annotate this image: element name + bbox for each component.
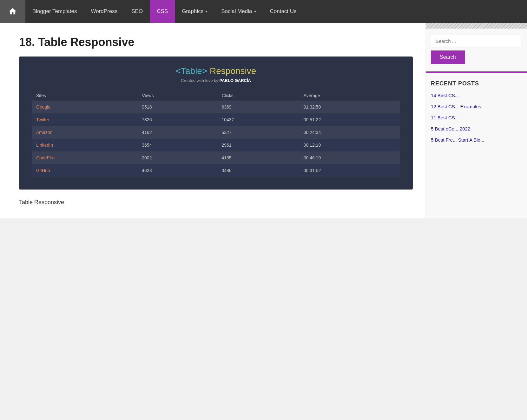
table-demo-title: <Table> Responsive [32,66,400,76]
sidebar-divider [426,71,527,73]
sidebar-search-box: Search [426,29,527,69]
article-caption: Table Responsive [19,199,413,206]
sidebar-recent-posts: Recent Posts 14 Best CS... 12 Best CS...… [426,75,527,154]
table-demo-block: <Table> Responsive Created with love by … [19,57,413,190]
nav-item-wordpress[interactable]: WordPress [84,0,125,23]
sidebar: Search Recent Posts 14 Best CS... 12 Bes… [425,23,527,218]
table-row: Google9518636901:32:50 [32,101,400,113]
article-title: 18. Table Responsive [19,36,413,49]
chevron-down-icon: ▾ [254,9,256,14]
table-demo-subtitle: Created with love by PABLO GARCÍA [32,78,400,83]
search-input[interactable] [431,35,522,47]
demo-table: Sites Views Clicks Average Google9518636… [32,90,400,177]
nav-item-social-media[interactable]: Social Media ▾ [214,0,263,23]
nav-item-seo[interactable]: SEO [124,0,150,23]
col-average: Average [299,90,400,101]
col-views: Views [137,90,217,101]
search-button[interactable]: Search [431,50,465,64]
home-button[interactable] [0,0,25,23]
sidebar-hatch [426,23,527,29]
table-row: Amazon4162532700:24:34 [32,126,400,139]
tag-gt: > [202,66,207,76]
chevron-down-icon: ▾ [205,9,207,14]
recent-post-4[interactable]: 5 Best eCo... 2022 [431,125,522,132]
recent-post-5[interactable]: 5 Best Fre... Start A Blo... [431,137,522,143]
word-responsive: Responsive [207,66,256,76]
table-row: GitHub4623348600:31:52 [32,164,400,177]
table-demo-header: <Table> Responsive Created with love by … [32,66,400,83]
tag-lt: < [176,66,181,76]
table-row: LinkedIn3654296100:12:10 [32,139,400,151]
table-header-row: Sites Views Clicks Average [32,90,400,101]
recent-post-3[interactable]: 11 Best CS... [431,114,522,121]
recent-post-1[interactable]: 14 Best CS... [431,92,522,99]
recent-post-2[interactable]: 12 Best CS... Examples [431,103,522,110]
nav-item-blogger-templates[interactable]: Blogger Templates [25,0,84,23]
nav-item-graphics[interactable]: Graphics ▾ [175,0,214,23]
word-table: Table [181,66,202,76]
nav-item-contact-us[interactable]: Contact Us [263,0,304,23]
nav-item-css[interactable]: CSS [150,0,175,23]
main-nav: Blogger Templates WordPress SEO CSS Grap… [0,0,527,23]
table-row: Twitter73261043700:51:22 [32,113,400,126]
col-sites: Sites [32,90,137,101]
main-content: 18. Table Responsive <Table> Responsive … [0,23,425,218]
col-clicks: Clicks [217,90,299,101]
recent-posts-title: Recent Posts [431,80,522,87]
table-row: CodePen2002413500:46:19 [32,151,400,164]
